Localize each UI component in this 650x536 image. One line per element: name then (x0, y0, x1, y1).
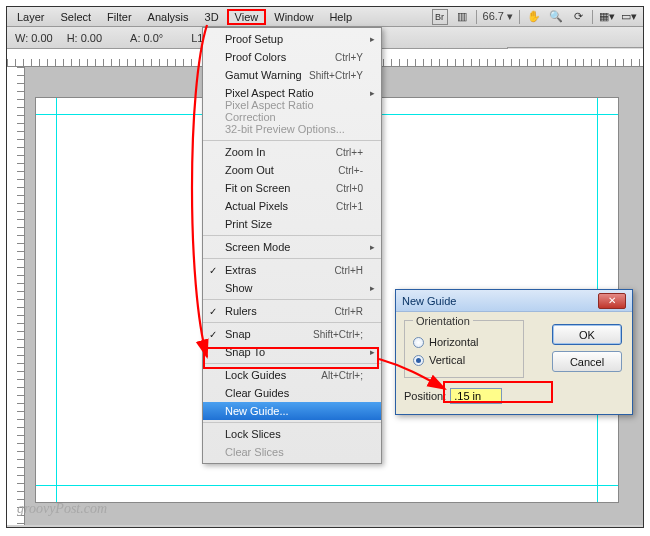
menu-item-label: Zoom Out (225, 164, 274, 176)
zoom-icon[interactable]: 🔍 (548, 9, 564, 25)
br-icon[interactable]: Br (432, 9, 448, 25)
menu-item-label: Gamut Warning (225, 69, 302, 81)
menu-item-label: Snap (225, 328, 251, 340)
menu-shortcut: Ctrl++ (336, 147, 363, 158)
menu-item-extras[interactable]: ExtrasCtrl+H (203, 261, 381, 279)
menu-select[interactable]: Select (53, 9, 100, 25)
orientation-fieldset: Orientation Horizontal Vertical (404, 320, 524, 378)
menu-item-proof-setup[interactable]: Proof Setup (203, 30, 381, 48)
menu-item-label: Lock Guides (225, 369, 286, 381)
menubar: LayerSelectFilterAnalysis3DViewWindowHel… (7, 7, 643, 27)
menu-item-actual-pixels[interactable]: Actual PixelsCtrl+1 (203, 197, 381, 215)
menu-shortcut: Ctrl+- (338, 165, 363, 176)
new-guide-dialog: New Guide ✕ Orientation Horizontal Verti… (395, 289, 633, 415)
menu-filter[interactable]: Filter (99, 9, 139, 25)
menu-shortcut: Alt+Ctrl+; (321, 370, 363, 381)
arrange-icon[interactable]: ▦▾ (599, 9, 615, 25)
watermark: groovyPost.com (17, 501, 107, 517)
menu-item-label: Show (225, 282, 253, 294)
w-value: 0.00 (31, 32, 52, 44)
ok-button[interactable]: OK (552, 324, 622, 345)
menu-item-label: Proof Setup (225, 33, 283, 45)
orientation-legend: Orientation (413, 315, 473, 327)
menu-item-zoom-in[interactable]: Zoom InCtrl++ (203, 143, 381, 161)
menu-item-label: Pixel Aspect Ratio (225, 87, 314, 99)
menu-item-label: Extras (225, 264, 256, 276)
menu-item-clear-guides[interactable]: Clear Guides (203, 384, 381, 402)
menu-item-gamut-warning[interactable]: Gamut WarningShift+Ctrl+Y (203, 66, 381, 84)
menu-item-label: Print Size (225, 218, 272, 230)
cancel-button[interactable]: Cancel (552, 351, 622, 372)
menu-shortcut: Ctrl+R (334, 306, 363, 317)
folder-icon[interactable]: ▥ (454, 9, 470, 25)
menu-shortcut: Ctrl+H (334, 265, 363, 276)
radio-icon (413, 355, 424, 366)
menu-shortcut: Ctrl+1 (336, 201, 363, 212)
a-label: A: (130, 32, 140, 44)
menu-shortcut: Shift+Ctrl+; (313, 329, 363, 340)
radio-label: Horizontal (429, 336, 479, 348)
menu-layer[interactable]: Layer (9, 9, 53, 25)
menu-shortcut: Ctrl+0 (336, 183, 363, 194)
guide-horizontal[interactable] (36, 485, 618, 486)
menu-item-new-guide[interactable]: New Guide... (203, 402, 381, 420)
menu-analysis[interactable]: Analysis (140, 9, 197, 25)
menu-item-fit-on-screen[interactable]: Fit on ScreenCtrl+0 (203, 179, 381, 197)
menu-item-label: Rulers (225, 305, 257, 317)
menu-item-lock-guides[interactable]: Lock GuidesAlt+Ctrl+; (203, 366, 381, 384)
close-icon[interactable]: ✕ (598, 293, 626, 309)
menu-help[interactable]: Help (321, 9, 360, 25)
ruler-vertical[interactable] (7, 67, 25, 525)
menu-window[interactable]: Window (266, 9, 321, 25)
dialog-title: New Guide (402, 295, 456, 307)
menu-item-label: Proof Colors (225, 51, 286, 63)
menu-item-label: Zoom In (225, 146, 265, 158)
menu-shortcut: Ctrl+Y (335, 52, 363, 63)
h-value: 0.00 (81, 32, 102, 44)
hand-icon[interactable]: ✋ (526, 9, 542, 25)
guide-vertical[interactable] (56, 98, 57, 502)
a-value: 0.0° (144, 32, 164, 44)
menu-item-proof-colors[interactable]: Proof ColorsCtrl+Y (203, 48, 381, 66)
menu-item-print-size[interactable]: Print Size (203, 215, 381, 233)
menu-item-snap[interactable]: SnapShift+Ctrl+; (203, 325, 381, 343)
menu-item-label: Clear Slices (225, 446, 284, 458)
menu-item-label: Lock Slices (225, 428, 281, 440)
w-label: W: (15, 32, 28, 44)
position-label: Position: (404, 390, 446, 402)
screenmode-icon[interactable]: ▭▾ (621, 9, 637, 25)
menu-item-label: Screen Mode (225, 241, 290, 253)
menu-3d[interactable]: 3D (197, 9, 227, 25)
radio-vertical[interactable]: Vertical (413, 351, 515, 369)
menu-item-label: 32-bit Preview Options... (225, 123, 345, 135)
h-label: H: (67, 32, 78, 44)
radio-icon (413, 337, 424, 348)
menu-item-pixel-aspect-ratio-correction: Pixel Aspect Ratio Correction (203, 102, 381, 120)
menu-item-rulers[interactable]: RulersCtrl+R (203, 302, 381, 320)
menu-item-lock-slices[interactable]: Lock Slices (203, 425, 381, 443)
menu-view[interactable]: View (227, 9, 267, 25)
menu-item-zoom-out[interactable]: Zoom OutCtrl+- (203, 161, 381, 179)
menu-item-screen-mode[interactable]: Screen Mode (203, 238, 381, 256)
zoom-value[interactable]: 66.7 ▾ (483, 10, 513, 23)
menu-item-label: Actual Pixels (225, 200, 288, 212)
menu-item-snap-to[interactable]: Snap To (203, 343, 381, 361)
menu-item-clear-slices: Clear Slices (203, 443, 381, 461)
menu-item-label: Fit on Screen (225, 182, 290, 194)
radio-horizontal[interactable]: Horizontal (413, 333, 515, 351)
menu-item-32-bit-preview-options: 32-bit Preview Options... (203, 120, 381, 138)
radio-label: Vertical (429, 354, 465, 366)
menu-item-show[interactable]: Show (203, 279, 381, 297)
menu-item-label: Clear Guides (225, 387, 289, 399)
menu-item-label: New Guide... (225, 405, 289, 417)
rotate-icon[interactable]: ⟳ (570, 9, 586, 25)
view-menu: Proof SetupProof ColorsCtrl+YGamut Warni… (202, 27, 382, 464)
position-input[interactable] (450, 388, 502, 404)
menu-item-label: Snap To (225, 346, 265, 358)
menu-shortcut: Shift+Ctrl+Y (309, 70, 363, 81)
